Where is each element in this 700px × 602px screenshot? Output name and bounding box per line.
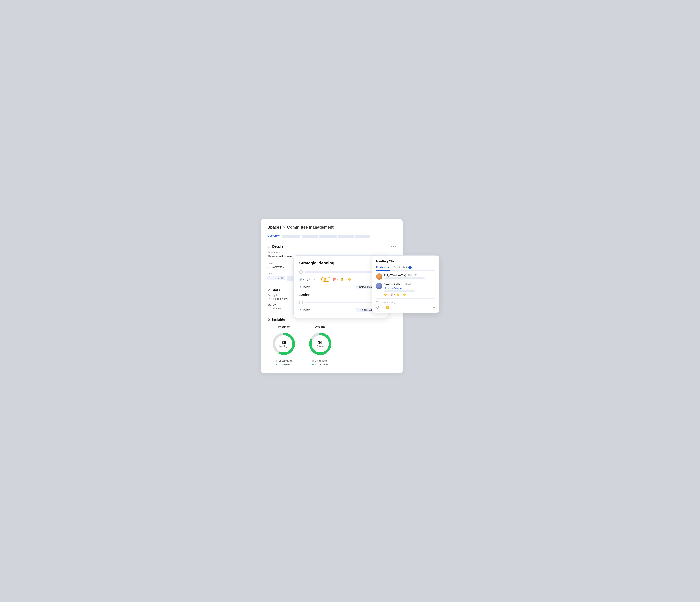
reaction-comment[interactable]: 💬 2 [307,278,311,281]
meetings-donut: 36 Meetings [271,331,297,357]
incomplete-dot [312,360,314,362]
actions-donut-center: 16 Actions [317,340,324,347]
msg-header-2: Jessica Smith 11:04 AM [384,283,435,286]
msg-content-1: Polly Winston (You) 11:04 AM ••• [384,273,435,281]
tag-executive-remove[interactable]: ✕ [281,277,283,280]
tab-placeholder-5[interactable] [355,235,370,238]
emoji-icon[interactable]: 😊 [386,306,390,309]
legend-scheduled: 16 Scheduled [276,360,292,362]
hash-icon[interactable]: # [381,306,383,309]
info-icon: ⓘ [268,244,270,248]
message-1: Polly Winston (You) 11:04 AM ••• [376,273,435,281]
chat-input-area: Type your message... @ # 😊 ➤ [376,298,435,309]
msg-bar-2 [384,290,415,292]
chat-tabs: Public chat Private chat 2 [376,266,435,270]
reaction-think[interactable]: 🤔 2 [341,278,346,281]
strategic-title: Strategic Planning [299,261,383,265]
iadam-label-2: iAdam [303,309,310,311]
actions-count: 16 [317,340,324,345]
msg-time-2: 11:04 AM [401,283,411,286]
send-button[interactable]: ➤ [432,305,435,309]
legend-completed: 13 Completed [312,363,329,366]
tabs-row: Overview [268,234,396,239]
insights-charts: Meetings 36 Meetings [268,325,396,366]
reaction-star[interactable]: 🤩 3 [321,277,330,282]
meetings-donut-center: 36 Meetings [279,340,289,347]
chat-input-placeholder[interactable]: Type your message... [376,301,435,304]
tag-executive[interactable]: Executive ✕ [268,276,285,281]
svg-point-1 [269,266,270,267]
task-checkbox-1[interactable] [299,270,303,274]
stats-icon: ↗ [268,288,270,292]
actions-legend: 3 Incomplete 13 Completed [312,360,329,366]
scheduled-dot [276,360,277,362]
breadcrumb-spaces[interactable]: Spaces [268,225,281,230]
breadcrumb-committee: Committee management [287,225,334,230]
task-row-1 [299,269,383,275]
task-row-2 [299,299,383,305]
meetings-legend: 16 Scheduled 20 Finished [276,360,292,366]
spark-icon-2: ✦ [299,308,301,312]
actions-label: Actions [317,345,324,347]
reaction-smile[interactable]: 😊 [348,278,351,281]
msg-reaction-think[interactable]: 🤔 2 [397,293,401,296]
task-checkbox-2[interactable] [299,300,303,304]
details-title: ⓘ Details [268,244,283,248]
reactions-row: 🔗 2 💬 2 🏷 2 🤩 3 💯 2 🤔 2 😊 [299,277,383,282]
meetings-count: 36 [279,340,289,345]
task-bar-1 [305,271,375,273]
tab-public-chat[interactable]: Public chat [376,266,390,270]
msg-reactions: 🤩 2 💯 2 🤔 2 😊 [384,293,435,296]
msg-avatar-2 [376,283,382,289]
insights-title: ◑ Insights [268,317,396,321]
at-icon[interactable]: @ [376,306,379,309]
actions-donut: 16 Actions [307,331,333,357]
iadam-left-1: ✦ iAdam [299,285,310,289]
actions-chart-title: Actions [315,325,325,328]
reaction-link[interactable]: 🔗 2 [299,278,304,281]
msg-reaction-smile[interactable]: 😊 [403,293,406,296]
legend-incomplete: 3 Incomplete [312,360,329,362]
msg-reaction-100[interactable]: 💯 2 [391,293,395,296]
members-icon [268,304,271,307]
reaction-tag[interactable]: 🏷 2 [314,278,319,281]
chat-input-tools: @ # 😊 ➤ [376,305,435,309]
msg-content-2: Jessica Smith 11:04 AM @Helen Gebson 🤩 2… [384,283,435,296]
iadam-row-1: ✦ iAdam Relevant content ∨ [299,285,383,289]
meetings-label: Meetings [279,345,289,347]
tab-placeholder-1[interactable] [282,235,300,238]
msg-mention: @Helen Gebson [384,287,402,289]
details-section-heading: ⓘ Details ••• [268,244,396,248]
chat-title: Meeting Chat [376,260,435,263]
tab-placeholder-3[interactable] [319,235,337,238]
msg-name-2: Jessica Smith [384,283,400,286]
members-count: 25 [273,303,276,307]
msg-bar-1 [384,278,425,279]
tab-overview[interactable]: Overview [268,234,280,239]
legend-finished: 20 Finished [276,363,292,366]
msg-reaction-star[interactable]: 🤩 2 [384,293,389,296]
reaction-100[interactable]: 💯 2 [333,278,338,281]
iadam-left-2: ✦ iAdam [299,308,310,312]
iadam-row-2: ✦ iAdam Real-time Actions ∨ [299,308,383,312]
finished-dot [276,364,277,365]
iadam-label-1: iAdam [303,286,310,288]
svg-point-0 [268,266,269,267]
chat-card: Meeting Chat Public chat Private chat 2 … [372,256,439,313]
msg-avatar-1 [376,273,382,280]
details-more-button[interactable]: ••• [391,244,396,248]
task-bar-2 [305,302,375,304]
spark-icon-1: ✦ [299,285,301,289]
tab-placeholder-2[interactable] [301,235,318,238]
msg-more-1[interactable]: ••• [431,273,435,277]
completed-dot [312,364,314,365]
committee-icon [268,265,270,268]
actions-heading: Actions [299,293,383,297]
meetings-chart: Meetings 36 Meetings [271,325,297,366]
svg-point-3 [270,304,271,305]
tab-private-chat[interactable]: Private chat 2 [393,266,411,270]
msg-time-1: 11:04 AM [408,274,417,276]
private-chat-badge: 2 [408,266,411,269]
meetings-chart-title: Meetings [278,325,290,328]
tab-placeholder-4[interactable] [338,235,354,238]
